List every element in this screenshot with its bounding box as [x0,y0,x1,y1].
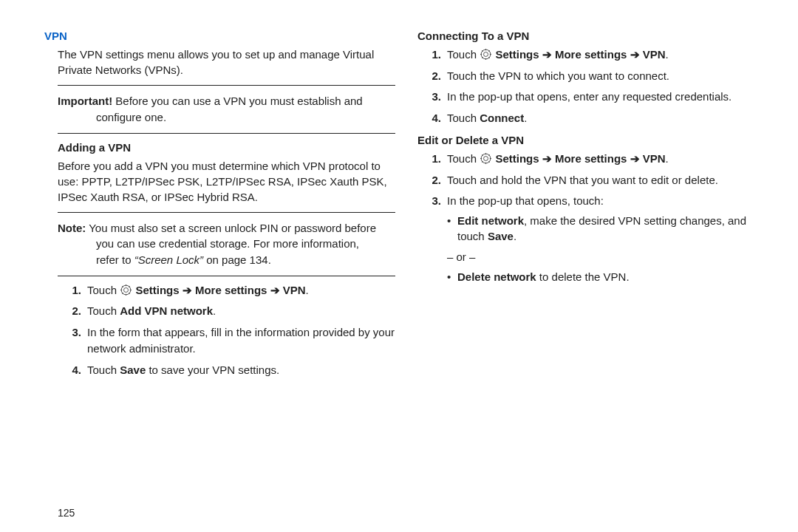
important-note: Important! Before you can use a VPN you … [58,93,382,126]
divider [58,85,395,86]
adding-vpn-para: Before you add a VPN you must determine … [58,158,395,205]
step-number: 1. [417,47,447,64]
note-text-b: on page 134. [203,253,271,266]
step-number: 4. [58,362,87,379]
settings-icon [480,48,492,61]
step-number: 3. [417,89,447,106]
step1-path: Settings ➔ More settings ➔ VPN [135,284,305,296]
list-item: 4. Touch Save to save your VPN settings. [58,362,395,379]
list-item: 2. Touch and hold the VPN that you want … [417,172,768,189]
note-label: Note: [58,222,86,234]
delete-option: Delete network to delete the VPN. [447,269,768,285]
step4-b: Save [120,364,146,376]
bullet2-a: Delete network [457,270,536,283]
connecting-head: Connecting To a VPN [417,30,768,42]
e1-touch: Touch [447,152,480,165]
step-number: 2. [417,68,447,85]
or-separator: – or – [447,249,768,266]
edit-delete-head: Edit or Delete a VPN [417,134,768,146]
list-item: 3. In the pop-up that opens, touch: Edit… [417,193,768,289]
step3: In the form that appears, fill in the in… [87,324,395,358]
list-item: 1. Touch Settings ➔ More settings ➔ VPN. [417,47,768,64]
adding-vpn-head: Adding a VPN [58,141,395,154]
svg-point-4 [484,157,488,161]
list-item: Delete network to delete the VPN. [447,269,768,285]
divider [58,133,395,134]
connecting-steps: 1. Touch Settings ➔ More settings ➔ VPN.… [417,47,768,126]
vpn-heading: VPN [44,30,395,42]
list-item: 1. Touch Settings ➔ More settings ➔ VPN. [58,282,395,299]
adding-steps: 1. Touch Settings ➔ More settings ➔ VPN.… [58,282,395,379]
vpn-intro: The VPN settings menu allows you to set … [58,47,395,78]
svg-point-2 [484,52,488,57]
step-number: 4. [417,110,447,127]
step-number: 1. [417,151,447,168]
important-label: Important! [58,95,112,107]
step1-touch: Touch [87,284,120,296]
c1-touch: Touch [447,48,480,61]
note-block: Note: You must also set a screen unlock … [58,220,382,268]
step-number: 2. [417,172,447,189]
svg-point-0 [124,287,129,292]
note-ref: “Screen Lock” [134,253,203,266]
c3: In the pop-up that opens, enter any requ… [447,89,768,106]
step-number: 3. [58,324,87,358]
list-item: Edit network, make the desired VPN setti… [447,213,768,245]
list-item: 3. In the form that appears, fill in the… [58,324,395,358]
e1-path: Settings ➔ More settings ➔ VPN [495,152,665,165]
edit-delete-steps: 1. Touch Settings ➔ More settings ➔ VPN.… [417,151,768,289]
c4-b: Connect [480,112,524,124]
list-item: 3. In the pop-up that opens, enter any r… [417,89,768,106]
step-number: 1. [58,282,87,299]
divider [58,276,395,276]
c4-a: Touch [447,112,480,124]
bullet2-b: to delete the VPN. [536,270,630,283]
step2-b: Add VPN network [120,304,213,317]
step4-a: Touch [87,364,120,376]
step-number: 2. [58,303,87,320]
e2: Touch and hold the VPN that you want to … [447,172,768,189]
step-number: 3. [417,193,447,289]
page-number: 125 [58,507,75,519]
e3: In the pop-up that opens, touch: [447,194,604,207]
list-item: 2. Touch the VPN to which you want to co… [417,68,768,85]
settings-icon [120,284,132,296]
divider [58,212,395,213]
list-item: 2. Touch Add VPN network. [58,303,395,320]
step2-a: Touch [87,304,120,317]
list-item: 1. Touch Settings ➔ More settings ➔ VPN. [417,151,768,168]
edit-options: Edit network, make the desired VPN setti… [447,213,768,245]
left-column: VPN The VPN settings menu allows you to … [44,30,395,383]
list-item: 4. Touch Connect. [417,110,768,127]
c2: Touch the VPN to which you want to conne… [447,68,768,85]
bullet1-a: Edit network [457,214,524,227]
important-text: Before you can use a VPN you must establ… [96,95,363,123]
right-column: Connecting To a VPN 1. Touch Settings ➔ … [417,30,768,383]
bullet1-c: Save [488,230,514,242]
step4-c: to save your VPN settings. [146,364,279,376]
settings-icon [480,152,492,165]
c1-path: Settings ➔ More settings ➔ VPN [495,48,665,61]
